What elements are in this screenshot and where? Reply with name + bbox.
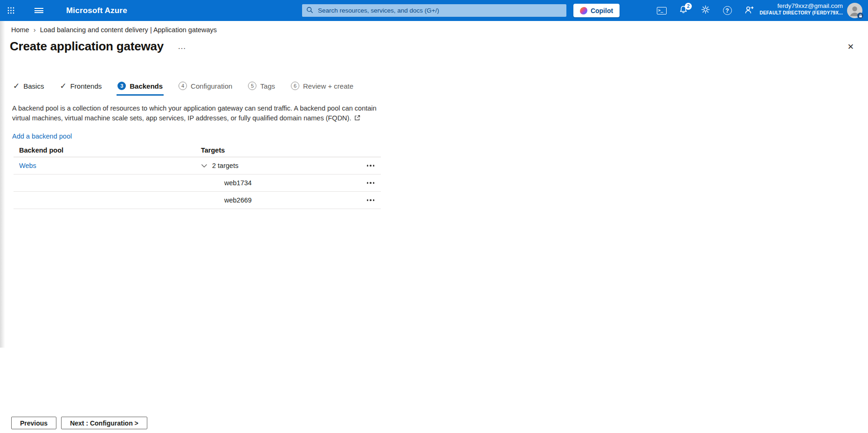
account-directory: DEFAULT DIRECTORY (FERDY79X...	[760, 10, 843, 16]
tab-tags[interactable]: 5 Tags	[247, 79, 276, 96]
chevron-right-icon: ›	[34, 26, 36, 34]
notification-badge: 2	[685, 3, 692, 10]
account-menu[interactable]: ferdy79xxz@gmail.com DEFAULT DIRECTORY (…	[760, 2, 843, 16]
help-icon: ?	[723, 6, 732, 15]
chevron-down-icon[interactable]	[201, 164, 207, 168]
external-link-icon[interactable]	[354, 114, 360, 124]
step-number-badge: 4	[179, 82, 187, 90]
add-backend-pool-link[interactable]: Add a backend pool	[12, 133, 72, 140]
table-row-pool: Webs 2 targets	[14, 157, 381, 175]
product-title[interactable]: Microsoft Azure	[66, 6, 127, 15]
notifications-button[interactable]: 2	[678, 6, 689, 16]
more-options-button[interactable]	[355, 182, 381, 184]
tab-configuration[interactable]: 4 Configuration	[178, 79, 233, 96]
hamburger-icon	[34, 7, 43, 14]
backend-pool-description: A backend pool is a collection of resour…	[12, 104, 385, 124]
more-icon	[367, 182, 375, 184]
more-icon	[367, 199, 375, 201]
panel-edge-shadow	[0, 21, 5, 348]
more-options-button[interactable]	[355, 199, 381, 201]
search-icon	[306, 7, 314, 16]
avatar[interactable]	[847, 3, 862, 18]
table-row-target: web2669	[14, 192, 381, 209]
settings-button[interactable]	[700, 6, 710, 16]
check-icon: ✓	[60, 82, 66, 90]
breadcrumb-home[interactable]: Home	[11, 26, 29, 34]
cloud-shell-button[interactable]: >_	[656, 6, 667, 16]
column-header-backend-pool: Backend pool	[14, 147, 195, 154]
tab-backends[interactable]: 3 Backends	[117, 79, 164, 96]
app-launcher-button[interactable]	[0, 0, 21, 21]
copilot-label: Copilot	[591, 7, 613, 14]
title-more-icon[interactable]: …	[178, 42, 186, 51]
account-email: ferdy79xxz@gmail.com	[760, 2, 843, 10]
feedback-button[interactable]	[744, 6, 754, 16]
table-header-row: Backend pool Targets	[14, 144, 381, 157]
table-row-target: web1734	[14, 175, 381, 192]
lock-icon	[857, 13, 863, 19]
check-icon: ✓	[13, 82, 20, 90]
wizard-footer: Previous Next : Configuration >	[11, 417, 147, 429]
topbar-icons: >_ 2 ?	[656, 0, 754, 21]
next-configuration-button[interactable]: Next : Configuration >	[61, 417, 147, 429]
page-title-row: Create application gateway …	[10, 39, 186, 54]
targets-summary: 2 targets	[212, 162, 238, 169]
terminal-icon: >_	[657, 7, 667, 14]
tab-frontends[interactable]: ✓ Frontends	[59, 79, 103, 96]
backend-pool-table: Backend pool Targets Webs 2 targets web1…	[14, 144, 381, 209]
portal-menu-button[interactable]	[28, 0, 49, 21]
step-number-badge: 6	[291, 82, 299, 90]
copilot-button[interactable]: Copilot	[573, 4, 620, 17]
target-name: web1734	[195, 179, 355, 187]
page-title: Create application gateway	[10, 39, 164, 54]
gear-icon	[701, 5, 710, 16]
step-number-badge: 3	[117, 82, 126, 90]
global-search	[302, 4, 566, 17]
column-header-targets: Targets	[195, 147, 355, 154]
feedback-icon	[744, 5, 754, 16]
target-name: web2669	[195, 196, 355, 204]
tab-basics[interactable]: ✓ Basics	[12, 79, 45, 96]
wizard-tabs: ✓ Basics ✓ Frontends 3 Backends 4 Config…	[12, 79, 354, 96]
backend-pool-name-link[interactable]: Webs	[19, 162, 36, 169]
copilot-icon	[580, 7, 587, 14]
previous-button[interactable]: Previous	[11, 417, 56, 429]
close-icon[interactable]: ✕	[847, 42, 854, 52]
waffle-icon	[7, 7, 14, 14]
tab-review-create[interactable]: 6 Review + create	[290, 79, 354, 96]
more-options-button[interactable]	[355, 165, 381, 167]
more-icon	[367, 165, 375, 167]
search-input[interactable]	[302, 4, 566, 17]
azure-top-bar: Microsoft Azure Copilot >_ 2	[0, 0, 868, 21]
step-number-badge: 5	[248, 82, 256, 90]
breadcrumb: Home › Load balancing and content delive…	[11, 26, 217, 34]
breadcrumb-app-gateways[interactable]: Load balancing and content delivery | Ap…	[40, 26, 217, 34]
help-button[interactable]: ?	[722, 6, 732, 16]
